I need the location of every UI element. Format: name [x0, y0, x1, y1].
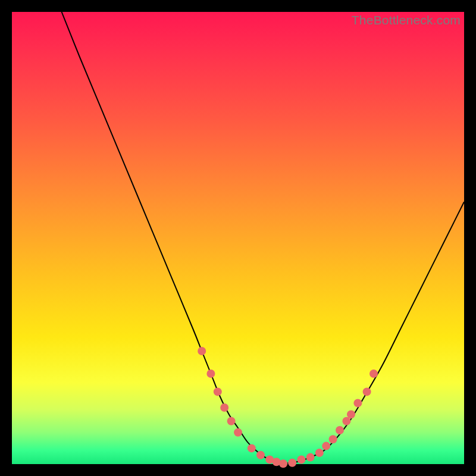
data-marker [329, 435, 337, 443]
curve-markers [198, 347, 378, 468]
data-marker [306, 453, 315, 462]
data-marker [206, 369, 215, 378]
plot-area: TheBottleneck.com [12, 12, 464, 464]
data-marker [214, 387, 222, 396]
data-marker [227, 417, 236, 425]
data-marker [256, 451, 265, 459]
data-marker [315, 449, 324, 457]
data-marker [220, 403, 228, 412]
data-marker [234, 428, 242, 437]
data-marker [198, 347, 206, 355]
chart-frame: TheBottleneck.com [0, 0, 476, 476]
data-marker [288, 459, 296, 467]
data-marker [336, 426, 344, 434]
data-marker [322, 442, 330, 450]
data-marker [353, 399, 362, 407]
curve-layer [12, 12, 464, 464]
data-marker [369, 369, 378, 378]
data-marker [297, 455, 305, 464]
data-marker [363, 387, 371, 396]
data-marker [279, 459, 287, 468]
data-marker [248, 444, 256, 452]
curve-left-branch [62, 12, 283, 464]
data-marker [347, 410, 355, 418]
data-marker [342, 417, 350, 425]
curve-right-branch [283, 202, 464, 464]
